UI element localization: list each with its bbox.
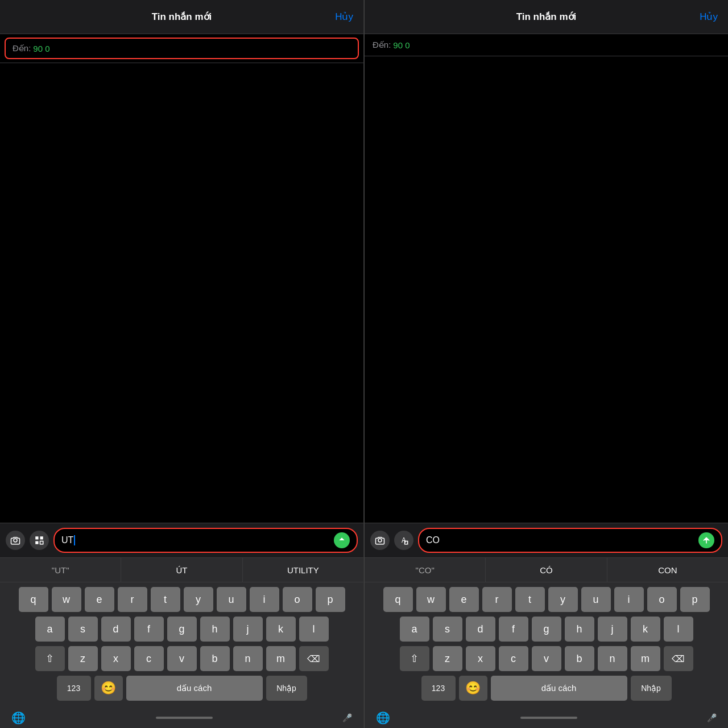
left-key-z[interactable]: z: [68, 646, 98, 671]
left-message-area: [0, 63, 363, 523]
left-key-t[interactable]: t: [151, 587, 180, 612]
right-key-j[interactable]: j: [598, 617, 627, 642]
left-key-p[interactable]: p: [316, 587, 345, 612]
left-globe-icon[interactable]: 🌐: [11, 711, 26, 725]
left-key-i[interactable]: i: [250, 587, 279, 612]
left-autocomplete-item-2[interactable]: UTILITY: [243, 558, 363, 582]
right-mic-icon[interactable]: 🎤: [707, 713, 717, 722]
left-key-row-4: 123 😊 dấu cách Nhập: [2, 676, 361, 701]
right-key-x[interactable]: x: [466, 646, 495, 671]
left-key-u[interactable]: u: [217, 587, 246, 612]
right-key-emoji[interactable]: 😊: [459, 676, 487, 701]
right-key-v[interactable]: v: [532, 646, 561, 671]
left-title: Tin nhắn mới: [152, 11, 212, 23]
left-key-e[interactable]: e: [85, 587, 114, 612]
right-key-i[interactable]: i: [614, 587, 644, 612]
right-key-f[interactable]: f: [499, 617, 528, 642]
right-key-y[interactable]: y: [548, 587, 578, 612]
right-key-t[interactable]: t: [515, 587, 545, 612]
left-mic-icon[interactable]: 🎤: [342, 713, 352, 722]
left-bottom-bar: 🌐 🎤: [0, 708, 363, 728]
right-key-w[interactable]: w: [416, 587, 446, 612]
right-key-q[interactable]: q: [383, 587, 413, 612]
left-key-h[interactable]: h: [200, 617, 230, 642]
left-key-f[interactable]: f: [134, 617, 164, 642]
left-key-space[interactable]: dấu cách: [126, 676, 263, 701]
right-send-button[interactable]: [698, 532, 714, 548]
right-globe-icon[interactable]: 🌐: [376, 711, 390, 725]
left-key-enter[interactable]: Nhập: [266, 676, 307, 701]
right-key-backspace[interactable]: ⌫: [664, 646, 693, 671]
left-camera-button[interactable]: [6, 531, 25, 550]
left-key-b[interactable]: b: [200, 646, 230, 671]
left-ac-label-1: ÚT: [176, 565, 187, 575]
left-key-d[interactable]: d: [101, 617, 131, 642]
right-key-r[interactable]: r: [482, 587, 512, 612]
right-key-h[interactable]: h: [565, 617, 594, 642]
left-autocomplete-item-0[interactable]: "UT": [0, 558, 121, 582]
right-appstore-button[interactable]: A: [394, 531, 413, 550]
left-keyboard: q w e r t y u i o p a s d f g h j k l ⇧ …: [0, 582, 363, 708]
right-key-c[interactable]: c: [499, 646, 528, 671]
right-key-k[interactable]: k: [631, 617, 660, 642]
right-key-m[interactable]: m: [631, 646, 660, 671]
left-top-bar: Tin nhắn mới Hủy: [0, 0, 363, 34]
left-cancel-button[interactable]: Hủy: [335, 11, 353, 23]
right-message-input[interactable]: CO: [418, 528, 722, 553]
left-key-q[interactable]: q: [19, 587, 48, 612]
right-key-s[interactable]: s: [433, 617, 462, 642]
left-message-input[interactable]: UT: [53, 528, 358, 553]
right-key-e[interactable]: e: [449, 587, 479, 612]
right-key-shift[interactable]: ⇧: [400, 646, 429, 671]
right-key-123[interactable]: 123: [421, 676, 456, 701]
left-key-k[interactable]: k: [266, 617, 296, 642]
left-key-g[interactable]: g: [167, 617, 197, 642]
right-autocomplete-item-1[interactable]: CÓ: [486, 558, 607, 582]
left-key-backspace[interactable]: ⌫: [299, 646, 329, 671]
right-key-u[interactable]: u: [581, 587, 611, 612]
left-key-w[interactable]: w: [52, 587, 81, 612]
right-key-enter[interactable]: Nhập: [631, 676, 672, 701]
right-key-z[interactable]: z: [433, 646, 462, 671]
left-key-a[interactable]: a: [35, 617, 65, 642]
left-key-123[interactable]: 123: [57, 676, 91, 701]
left-key-o[interactable]: o: [283, 587, 312, 612]
left-key-emoji[interactable]: 😊: [94, 676, 123, 701]
left-key-shift[interactable]: ⇧: [35, 646, 65, 671]
left-key-n[interactable]: n: [233, 646, 263, 671]
left-phone-panel: Tin nhắn mới Hủy Đến: 90 0 UT: [0, 0, 364, 728]
right-key-d[interactable]: d: [466, 617, 495, 642]
right-key-space[interactable]: dấu cách: [491, 676, 627, 701]
right-key-p[interactable]: p: [680, 587, 710, 612]
right-input-bar: A CO: [365, 523, 728, 557]
left-autocomplete-item-1[interactable]: ÚT: [121, 558, 242, 582]
left-ac-label-0: "UT": [52, 565, 69, 575]
left-key-l[interactable]: l: [299, 617, 329, 642]
right-key-g[interactable]: g: [532, 617, 561, 642]
right-key-l[interactable]: l: [664, 617, 693, 642]
left-key-y[interactable]: y: [184, 587, 213, 612]
right-key-row-3: ⇧ z x c v b n m ⌫: [367, 646, 726, 671]
left-appstore-button[interactable]: [30, 531, 49, 550]
left-key-m[interactable]: m: [266, 646, 296, 671]
right-cancel-button[interactable]: Hủy: [700, 11, 718, 23]
right-autocomplete-item-2[interactable]: CON: [607, 558, 728, 582]
right-camera-button[interactable]: [370, 531, 390, 550]
left-key-v[interactable]: v: [167, 646, 197, 671]
right-key-row-1: q w e r t y u i o p: [367, 587, 726, 612]
left-key-x[interactable]: x: [101, 646, 131, 671]
left-send-button[interactable]: [334, 532, 350, 548]
right-key-row-4: 123 😊 dấu cách Nhập: [367, 676, 726, 701]
right-autocomplete-item-0[interactable]: "CO": [365, 558, 486, 582]
left-key-r[interactable]: r: [118, 587, 147, 612]
right-key-n[interactable]: n: [598, 646, 627, 671]
left-key-j[interactable]: j: [233, 617, 263, 642]
right-key-a[interactable]: a: [400, 617, 429, 642]
right-key-b[interactable]: b: [565, 646, 594, 671]
left-key-c[interactable]: c: [134, 646, 164, 671]
right-to-field[interactable]: Đến: 90 0: [365, 34, 728, 56]
left-key-row-1: q w e r t y u i o p: [2, 587, 361, 612]
left-to-field[interactable]: Đến: 90 0: [5, 38, 359, 59]
right-key-o[interactable]: o: [647, 587, 677, 612]
left-key-s[interactable]: s: [68, 617, 98, 642]
